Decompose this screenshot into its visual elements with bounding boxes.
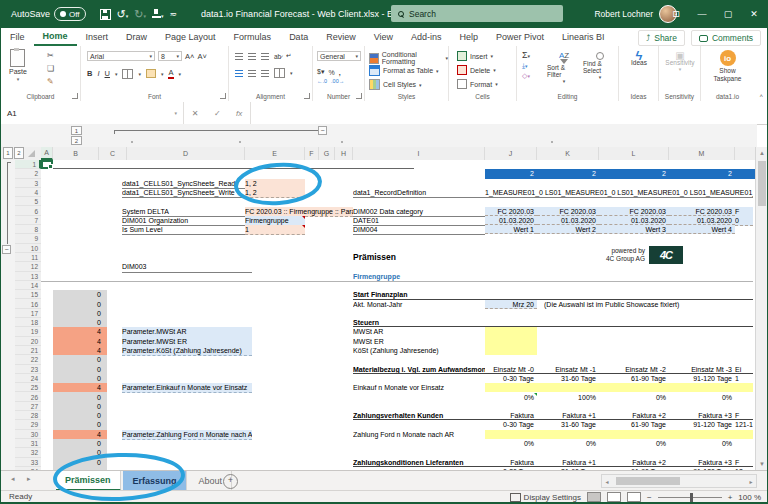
tab-view[interactable]: View: [365, 28, 402, 46]
row-header-28[interactable]: 28: [15, 411, 41, 420]
borders-icon[interactable]: [122, 69, 133, 79]
cell-L31[interactable]: 0%: [599, 439, 669, 448]
cell-I21[interactable]: KöSt (Zahlung Jahresende): [353, 346, 485, 355]
save-icon[interactable]: [100, 9, 111, 20]
insert-function-icon[interactable]: fx: [236, 109, 242, 118]
autosave-toggle[interactable]: AutoSave Off: [11, 7, 86, 21]
row-header-25[interactable]: 25: [15, 383, 41, 392]
format-as-table-button[interactable]: Format as Table▾: [369, 65, 439, 76]
row-header-7[interactable]: 7: [15, 216, 41, 225]
cell-B24[interactable]: 0: [53, 374, 107, 383]
row-header-29[interactable]: 29: [15, 420, 41, 429]
cell-record-definition-values[interactable]: 1_MEASURE01_0 LS01_MEASURE01_0 LS01_MEAS…: [485, 188, 753, 198]
column-outline-level-1-button[interactable]: 1: [71, 126, 82, 135]
cell-clipped-24[interactable]: 1: [735, 374, 753, 383]
align-bottom-icon[interactable]: [261, 53, 269, 60]
zoom-out-button[interactable]: −: [647, 493, 652, 502]
cell-B15[interactable]: 0: [53, 290, 107, 299]
cell-B25[interactable]: 4: [53, 383, 107, 392]
align-left-icon[interactable]: [235, 70, 243, 77]
align-middle-icon[interactable]: [248, 53, 256, 60]
cell-B20[interactable]: 4: [53, 337, 107, 346]
cell-L6[interactable]: FC 2020.03: [599, 207, 669, 216]
cell-L7[interactable]: 01.03.2020: [599, 216, 669, 225]
fill-color-icon[interactable]: [146, 69, 156, 78]
row-header-22[interactable]: 22: [15, 355, 41, 364]
font-size-select[interactable]: 8▾: [158, 51, 182, 61]
cell-K7[interactable]: 01.03.2020: [537, 216, 599, 225]
tab-linearis-bi[interactable]: Linearis BI: [553, 28, 614, 46]
horizontal-scrollbar[interactable]: ◂ ▸: [601, 474, 757, 488]
cell-clipped-7[interactable]: 0: [735, 216, 753, 226]
cell-D25[interactable]: Parameter.Einkauf n Monate vor Einsatz: [122, 383, 252, 393]
cut-icon[interactable]: ✂: [47, 51, 54, 60]
fill-button[interactable]: ⤓▾: [522, 62, 530, 70]
band-cell-M2[interactable]: 2: [669, 169, 735, 178]
cell-M29[interactable]: 91-120 Tage: [669, 420, 735, 429]
bold-button[interactable]: B: [87, 69, 92, 78]
scroll-up-icon[interactable]: ▲: [756, 147, 768, 159]
collapse-rows-button[interactable]: −: [2, 245, 11, 254]
align-center-icon[interactable]: [248, 70, 256, 77]
cell-styles-button[interactable]: Cell Styles▾: [369, 79, 422, 90]
zoom-slider-thumb[interactable]: [690, 493, 693, 502]
row-outline-level-1-button[interactable]: 1: [3, 147, 13, 159]
format-cells-button[interactable]: Format▾: [457, 79, 498, 89]
search-input[interactable]: Search: [391, 5, 563, 22]
column-header-M[interactable]: M: [669, 147, 735, 160]
orientation-icon[interactable]: ab̷: [274, 53, 281, 60]
qat-customize-icon[interactable]: ≂: [170, 9, 178, 19]
cell-M6[interactable]: FC 2020.03: [669, 207, 735, 216]
align-top-icon[interactable]: [235, 53, 243, 60]
tab-data[interactable]: Data: [280, 28, 317, 46]
cell-B22[interactable]: 0: [53, 355, 107, 364]
italic-button[interactable]: I: [97, 69, 99, 78]
alignment-dialog-launcher-icon[interactable]: [304, 93, 310, 99]
row-header-11[interactable]: 11: [15, 253, 41, 262]
column-header-C[interactable]: C: [99, 147, 127, 160]
column-header-B[interactable]: B: [53, 147, 99, 160]
cell-B30[interactable]: 4: [53, 430, 107, 439]
cell-J16[interactable]: Mrz 20: [485, 300, 537, 309]
normal-view-button[interactable]: [587, 492, 601, 502]
delete-cells-button[interactable]: Delete▾: [457, 65, 496, 75]
cell-J8[interactable]: Wert 1: [485, 225, 537, 234]
cell-I25[interactable]: Einkauf n Monate vor Einsatz: [353, 383, 485, 392]
row-header-8[interactable]: 8: [15, 225, 41, 234]
row-header-14[interactable]: 14: [15, 281, 41, 290]
cell-B29[interactable]: 0: [53, 420, 107, 429]
cell-K26[interactable]: 100%: [537, 393, 599, 402]
input-cells-yellow-block[interactable]: [485, 327, 537, 355]
share-button[interactable]: ⤴Share: [638, 30, 685, 46]
zoom-in-button[interactable]: +: [728, 493, 733, 502]
row-header-16[interactable]: 16: [15, 300, 41, 309]
cell-L24[interactable]: 61-90 Tage: [599, 374, 669, 383]
sheet-grid[interactable]: 000044400040000400022221_MEASURE01_0 LS0…: [41, 160, 757, 470]
sheet-nav-left-icon[interactable]: ◂: [11, 475, 15, 483]
page-layout-view-button[interactable]: [607, 492, 621, 502]
cell-J29[interactable]: 0-30 Tage: [485, 420, 537, 429]
column-header-L[interactable]: L: [599, 147, 669, 160]
tab-help[interactable]: Help: [451, 28, 488, 46]
wrap-text-icon[interactable]: ↵: [286, 52, 291, 60]
cell-B28[interactable]: 0: [53, 411, 107, 420]
cell-M31[interactable]: 0%: [669, 439, 735, 448]
cell-B18[interactable]: 0: [53, 318, 107, 327]
cell-B32[interactable]: 0: [53, 448, 107, 457]
row-header-4[interactable]: 4: [15, 188, 41, 197]
cell-I4[interactable]: data1_RecordDefinition: [353, 188, 485, 198]
cell-K29[interactable]: 31-60 Tage: [537, 420, 599, 429]
sheet-tab-pramissen[interactable]: Prämissen: [56, 471, 121, 491]
merge-caret-icon[interactable]: ▾: [290, 70, 293, 76]
cell-I13[interactable]: Firmengruppe: [353, 272, 485, 281]
row-header-20[interactable]: 20: [15, 337, 41, 346]
scroll-right-icon[interactable]: ▸: [746, 476, 756, 486]
formula-input[interactable]: [251, 102, 767, 124]
column-header-I[interactable]: I: [353, 147, 485, 160]
vertical-scroll-thumb[interactable]: [758, 161, 766, 206]
sheet-nav-right-icon[interactable]: ▸: [27, 475, 31, 483]
sheet-tab-erfassung[interactable]: Erfassung: [123, 471, 188, 491]
number-format-select[interactable]: General▾: [317, 51, 361, 61]
zoom-level[interactable]: 100 %: [738, 493, 761, 502]
tab-draw[interactable]: Draw: [117, 28, 156, 46]
